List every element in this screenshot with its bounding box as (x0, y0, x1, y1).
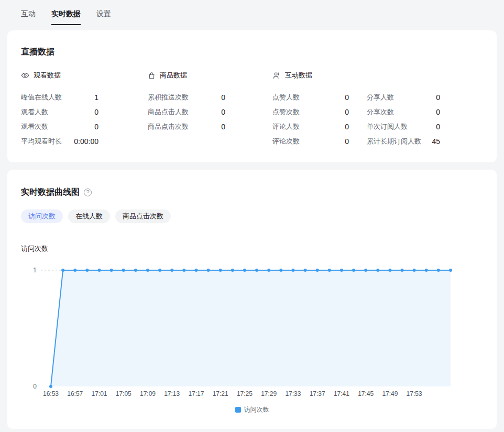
stat-row: 观看人数0 (21, 105, 98, 119)
chart-point (376, 269, 379, 272)
stat-value: 0 (345, 137, 349, 146)
stat-label: 观看人数 (21, 107, 48, 117)
x-tick-label: 17:09 (140, 390, 156, 397)
stat-value: 0 (221, 93, 225, 102)
stat-value: 45 (432, 137, 440, 146)
chart-point (110, 269, 113, 272)
stat-row: 观看次数0 (21, 119, 98, 134)
chart-point (146, 269, 149, 272)
stat-section: 互动数据点赞人数0点赞次数0评论人数0评论次数0分享人数0分享次数0单次订阅人数… (272, 70, 483, 149)
x-tick-label: 17:17 (188, 390, 204, 397)
x-tick-label: 17:01 (91, 390, 107, 397)
chart-pill-1[interactable]: 访问次数 (21, 209, 63, 223)
chart-point (413, 269, 416, 272)
stat-row: 分享次数0 (367, 105, 440, 119)
stat-row: 点赞次数0 (272, 105, 349, 119)
stat-row: 单次订阅人数0 (367, 119, 440, 134)
live-data-card: 直播数据 观看数据峰值在线人数1观看人数0观看次数0平均观看时长0:00:00商… (7, 30, 497, 162)
section-header: 商品数据 (148, 70, 272, 81)
stat-row: 商品点击人数0 (148, 105, 225, 119)
stat-row: 评论次数0 (272, 134, 349, 149)
stat-value: 0 (436, 108, 440, 116)
stat-value: 0 (436, 93, 440, 102)
chart-pill-2[interactable]: 在线人数 (68, 209, 110, 223)
chart-point (437, 269, 440, 272)
stat-label: 累积推送次数 (148, 93, 189, 102)
x-tick-label: 16:53 (43, 390, 59, 397)
stat-label: 评论次数 (272, 137, 300, 146)
chart-point (73, 269, 76, 272)
stat-label: 分享人数 (367, 93, 394, 102)
chart-point (291, 269, 294, 272)
section-header: 互动数据 (272, 70, 483, 81)
chart-area: 0116:5316:5717:0117:0517:0917:1317:1717:… (21, 259, 483, 414)
eye-icon (21, 71, 29, 80)
chart-point (388, 269, 391, 272)
live-data-title: 直播数据 (21, 46, 483, 58)
stat-label: 分享次数 (367, 107, 394, 117)
chart-point (279, 269, 282, 272)
legend-swatch[interactable] (235, 407, 241, 413)
stat-label: 平均观看时长 (21, 137, 62, 146)
chart-point (364, 269, 367, 272)
chart-point (340, 269, 343, 272)
stat-value: 0 (221, 108, 225, 116)
help-icon[interactable]: ? (84, 189, 92, 196)
stat-label: 商品点击次数 (148, 122, 189, 131)
stat-label: 累计长期订阅人数 (367, 137, 421, 146)
stat-label: 点赞次数 (272, 107, 300, 117)
y-tick-label: 0 (33, 383, 37, 390)
stat-value: 0 (345, 93, 349, 102)
person-icon (272, 71, 281, 80)
legend-label[interactable]: 访问次数 (244, 405, 269, 414)
chart-point (122, 269, 125, 272)
chart-point (49, 385, 52, 388)
chart-point (449, 269, 452, 272)
x-tick-label: 17:37 (310, 390, 325, 397)
tab-1[interactable]: 互动 (21, 9, 36, 25)
chart-point (61, 269, 64, 272)
tab-2[interactable]: 实时数据 (51, 9, 81, 25)
stat-row: 累计长期订阅人数45 (367, 134, 440, 149)
stat-value: 0 (345, 123, 349, 131)
x-tick-label: 17:21 (213, 390, 228, 397)
chart-area-fill (51, 270, 451, 386)
x-tick-label: 17:25 (237, 390, 253, 397)
x-tick-label: 17:45 (358, 390, 374, 397)
section-title: 互动数据 (285, 71, 312, 80)
chart-point (401, 269, 404, 272)
live-data-sections: 观看数据峰值在线人数1观看人数0观看次数0平均观看时长0:00:00商品数据累积… (21, 70, 483, 149)
chart-point (182, 269, 185, 272)
chart-point (85, 269, 89, 272)
stat-value: 0:00:00 (74, 137, 98, 146)
section-title: 商品数据 (160, 71, 187, 80)
chart-point (194, 269, 198, 272)
chart-point (158, 269, 161, 272)
stat-value: 0 (94, 108, 98, 116)
chart-point (267, 269, 270, 272)
chart-point (134, 269, 137, 272)
chart-point (243, 269, 246, 272)
chart-point (352, 269, 355, 272)
chart-point (219, 269, 222, 272)
tab-3[interactable]: 设置 (96, 9, 111, 25)
stat-row: 峰值在线人数1 (21, 90, 98, 105)
section-title: 观看数据 (34, 71, 61, 80)
stat-label: 峰值在线人数 (21, 93, 62, 102)
stat-row: 商品点击次数0 (148, 119, 225, 134)
chart-point (316, 269, 319, 272)
chart-pill-3[interactable]: 商品点击次数 (115, 209, 171, 223)
stat-row: 评论人数0 (272, 119, 349, 134)
x-tick-label: 17:41 (334, 390, 349, 397)
stat-value: 0 (436, 123, 440, 131)
chart-point (97, 269, 101, 272)
stat-row: 平均观看时长0:00:00 (21, 134, 98, 149)
stat-row: 累积推送次数0 (148, 90, 225, 105)
stat-section: 商品数据累积推送次数0商品点击人数0商品点击次数0 (148, 70, 272, 149)
x-tick-label: 17:53 (407, 390, 422, 397)
chart-point (170, 269, 173, 272)
stat-row: 分享人数0 (367, 90, 440, 105)
stat-label: 单次订阅人数 (367, 122, 408, 131)
bag-icon (148, 72, 156, 80)
chart-legend: 访问次数 (21, 405, 483, 414)
